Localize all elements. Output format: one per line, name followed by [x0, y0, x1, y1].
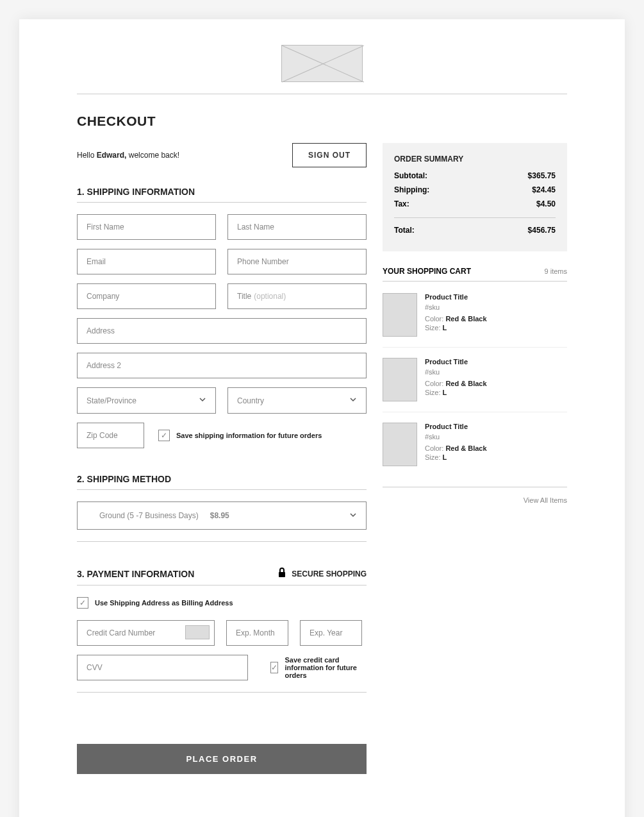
- use-shipping-as-billing-checkbox[interactable]: ✓: [77, 597, 88, 609]
- logo-placeholder: [281, 45, 363, 82]
- product-color: Color: Red & Black: [425, 444, 487, 452]
- address2-input[interactable]: [77, 353, 367, 378]
- product-thumbnail: [383, 293, 417, 337]
- shipping-info-heading: 1. SHIPPING INFORMATION: [77, 187, 367, 203]
- cart-item[interactable]: Product Title #sku Color: Red & Black Si…: [383, 293, 567, 348]
- order-summary: ORDER SUMMARY Subtotal:$365.75 Shipping:…: [383, 143, 567, 251]
- cart-item-count: 9 items: [545, 267, 567, 275]
- state-select[interactable]: State/Province: [77, 387, 216, 414]
- exp-year-input[interactable]: [300, 620, 362, 646]
- cart-item[interactable]: Product Title #sku Color: Red & Black Si…: [383, 423, 567, 476]
- chevron-down-icon: [349, 510, 357, 521]
- product-size: Size: L: [425, 324, 487, 332]
- last-name-input[interactable]: [227, 214, 367, 240]
- first-name-input[interactable]: [77, 214, 216, 240]
- use-shipping-as-billing-label: Use Shipping Address as Billing Address: [95, 599, 233, 607]
- cart-item[interactable]: Product Title #sku Color: Red & Black Si…: [383, 358, 567, 412]
- subtotal-row: Subtotal:$365.75: [394, 171, 556, 180]
- sign-out-button[interactable]: SIGN OUT: [292, 143, 367, 167]
- product-thumbnail: [383, 423, 417, 466]
- cart-header: YOUR SHOPPING CART 9 items: [383, 267, 567, 282]
- address-input[interactable]: [77, 318, 367, 344]
- product-size: Size: L: [425, 389, 487, 396]
- payment-info-heading: 3. PAYMENT INFORMATION SECURE SHOPPING: [77, 568, 367, 585]
- save-shipping-label: Save shipping information for future ord…: [176, 432, 322, 439]
- product-color: Color: Red & Black: [425, 380, 487, 387]
- phone-input[interactable]: [227, 249, 367, 274]
- product-title: Product Title: [425, 358, 487, 366]
- chevron-down-icon: [199, 396, 206, 405]
- product-sku: #sku: [425, 303, 487, 311]
- country-select[interactable]: Country: [227, 387, 367, 414]
- total-row: Total:$456.75: [394, 226, 556, 235]
- lock-icon: [277, 568, 286, 580]
- product-size: Size: L: [425, 453, 487, 461]
- product-color: Color: Red & Black: [425, 315, 487, 323]
- shipping-row: Shipping:$24.45: [394, 185, 556, 194]
- save-cc-label: Save credit card information for future …: [285, 656, 367, 679]
- shipping-method-select[interactable]: Ground (5 -7 Business Days) $8.95: [77, 501, 367, 530]
- product-title: Product Title: [425, 293, 487, 301]
- zip-input[interactable]: [77, 423, 144, 448]
- product-sku: #sku: [425, 368, 487, 376]
- save-shipping-checkbox[interactable]: ✓: [158, 430, 170, 441]
- exp-month-input[interactable]: [226, 620, 288, 646]
- title-input[interactable]: Title (optional): [227, 283, 367, 309]
- card-brand-icon: [185, 625, 210, 639]
- chevron-down-icon: [349, 396, 357, 405]
- shipping-method-heading: 2. SHIPPING METHOD: [77, 474, 367, 490]
- product-sku: #sku: [425, 433, 487, 441]
- tax-row: Tax:$4.50: [394, 199, 556, 208]
- product-title: Product Title: [425, 423, 487, 430]
- greeting-text: Hello Edward, welcome back!: [77, 151, 179, 160]
- place-order-button[interactable]: PLACE ORDER: [77, 744, 367, 774]
- page-title: CHECKOUT: [77, 114, 567, 129]
- order-summary-title: ORDER SUMMARY: [394, 155, 556, 164]
- product-thumbnail: [383, 358, 417, 401]
- header: [77, 45, 567, 94]
- email-input[interactable]: [77, 249, 216, 274]
- save-cc-checkbox[interactable]: ✓: [270, 662, 278, 673]
- cvv-input[interactable]: [77, 655, 248, 680]
- view-all-items-link[interactable]: View All Items: [524, 496, 567, 504]
- company-input[interactable]: [77, 283, 216, 309]
- svg-rect-0: [279, 572, 285, 577]
